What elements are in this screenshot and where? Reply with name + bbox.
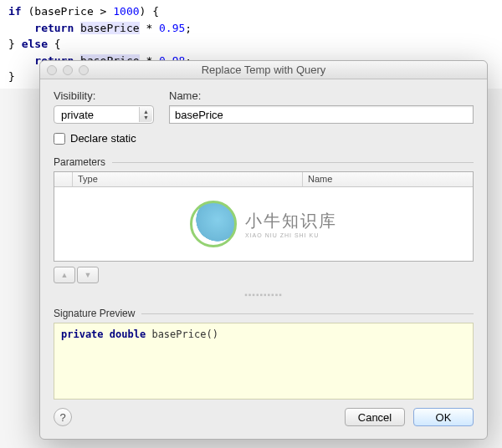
visibility-value: private <box>61 109 94 121</box>
resize-grip-icon[interactable]: ▪▪▪▪▪▪▪▪▪▪ <box>54 290 474 299</box>
visibility-label: Visibility: <box>54 89 154 102</box>
parameters-group-label: Parameters <box>54 156 474 168</box>
watermark-subtext: XIAO NIU ZHI SHI KU <box>245 232 337 238</box>
declare-static-label: Declare static <box>70 132 136 145</box>
dialog-titlebar[interactable]: Replace Temp with Query <box>40 61 487 79</box>
zoom-icon[interactable] <box>79 65 89 75</box>
dialog-title: Replace Temp with Query <box>40 64 487 76</box>
help-button[interactable]: ? <box>54 408 72 426</box>
params-head-name[interactable]: Name <box>303 172 473 186</box>
cancel-button[interactable]: Cancel <box>345 408 405 426</box>
close-icon[interactable] <box>47 65 57 75</box>
move-down-button[interactable]: ▼ <box>77 267 99 283</box>
parameters-body: 小牛知识库 XIAO NIU ZHI SHI KU <box>54 187 473 261</box>
signature-preview-label: Signature Preview <box>54 308 474 319</box>
minimize-icon[interactable] <box>63 65 73 75</box>
declare-static-checkbox[interactable] <box>54 133 65 145</box>
chevron-updown-icon: ▲▼ <box>139 107 152 122</box>
watermark-text: 小牛知识库 <box>245 210 337 232</box>
watermark: 小牛知识库 XIAO NIU ZHI SHI KU <box>190 201 337 247</box>
refactor-dialog: Replace Temp with Query Visibility: priv… <box>39 60 488 440</box>
move-up-button[interactable]: ▲ <box>54 267 75 283</box>
parameters-table: Type Name 小牛知识库 XIAO NIU ZHI SHI KU <box>54 171 474 262</box>
name-input[interactable] <box>169 105 474 124</box>
visibility-combo[interactable]: private ▲▼ <box>54 105 154 124</box>
watermark-logo-icon <box>190 201 237 247</box>
name-label: Name: <box>169 89 474 102</box>
declare-static-row[interactable]: Declare static <box>54 132 474 145</box>
signature-preview: private double basePrice() <box>54 323 474 400</box>
params-head-type[interactable]: Type <box>73 172 303 186</box>
params-head-spacer <box>54 172 73 186</box>
ok-button[interactable]: OK <box>413 408 474 426</box>
